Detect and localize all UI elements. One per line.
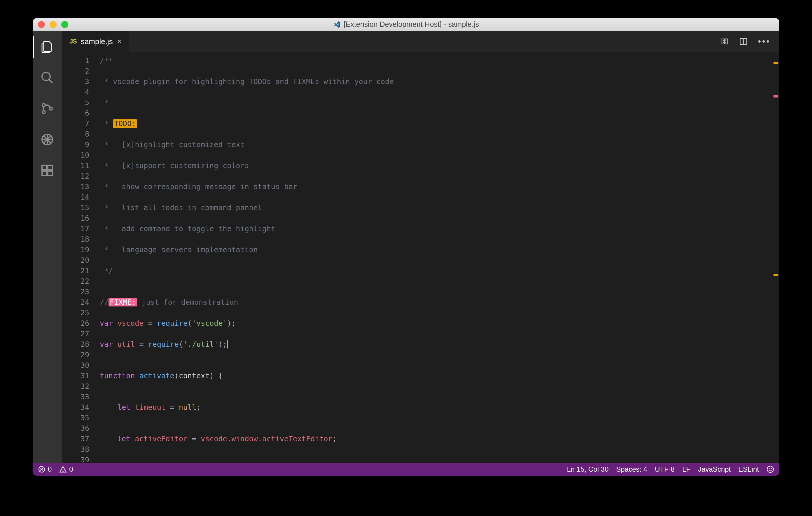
debug-activity[interactable] [39,131,55,148]
javascript-file-icon: JS [69,38,77,45]
explorer-activity[interactable] [39,38,55,55]
code-editor[interactable]: 1234567891011121314151617181920212223242… [62,52,779,463]
status-eslint[interactable]: ESLint [738,465,759,473]
extensions-icon [40,163,54,178]
close-tab-icon[interactable]: × [117,37,122,46]
error-icon [38,465,46,473]
main-body: JS sample.js × ••• 123456789101112131415… [33,31,779,463]
window-title: [Extension Development Host] - sample.js [33,20,779,29]
svg-point-17 [767,466,774,472]
svg-point-3 [42,111,45,113]
window-minimize-button[interactable] [50,21,57,28]
git-icon [40,102,54,115]
svg-point-16 [63,471,63,472]
editor-actions: ••• [720,31,779,52]
status-warnings[interactable]: 0 [59,465,73,473]
code-content[interactable]: /** * vscode plugin for highlighting TOD… [100,52,771,463]
svg-point-18 [769,468,770,469]
fixme-highlight: FIXME: [109,298,137,306]
compare-icon[interactable] [720,37,729,46]
search-activity[interactable] [39,70,55,86]
status-cursor-position[interactable]: Ln 15, Col 30 [567,465,609,473]
svg-point-2 [42,104,45,107]
source-control-activity[interactable] [39,100,55,117]
window-zoom-button[interactable] [61,21,68,28]
warning-icon [59,465,67,473]
status-indentation[interactable]: Spaces: 4 [616,465,647,473]
todo-highlight: TODO: [113,119,137,128]
search-icon [40,71,54,85]
status-bar: 0 0 Ln 15, Col 30 Spaces: 4 UTF-8 LF Jav… [33,463,779,476]
svg-rect-8 [42,171,47,176]
traffic-lights [33,21,68,28]
split-editor-icon[interactable] [739,37,748,46]
app-window: [Extension Development Host] - sample.js [33,18,779,476]
svg-rect-7 [48,165,53,170]
line-gutter: 1234567891011121314151617181920212223242… [62,52,100,463]
svg-rect-11 [725,39,728,44]
svg-point-4 [49,107,52,110]
svg-rect-10 [722,39,725,44]
status-encoding[interactable]: UTF-8 [655,465,675,473]
status-eol[interactable]: LF [682,465,690,473]
svg-rect-6 [42,165,47,170]
tabs-row: JS sample.js × ••• [62,31,779,52]
activity-bar [33,31,62,463]
status-language[interactable]: JavaScript [698,465,731,473]
editor-area: JS sample.js × ••• 123456789101112131415… [62,31,779,463]
svg-rect-9 [48,171,53,176]
files-icon [40,40,54,54]
svg-line-1 [49,79,53,83]
smiley-icon [766,465,774,473]
svg-point-19 [771,468,772,469]
window-close-button[interactable] [38,21,45,28]
more-actions-icon[interactable]: ••• [758,36,771,47]
status-feedback[interactable] [766,465,774,473]
titlebar: [Extension Development Host] - sample.js [33,18,779,31]
tab-sample-js[interactable]: JS sample.js × [62,31,129,52]
extensions-activity[interactable] [39,162,55,179]
overview-ruler[interactable] [771,52,779,463]
svg-point-0 [42,72,50,81]
debug-icon [40,133,54,146]
vscode-icon [333,21,341,28]
status-errors[interactable]: 0 [38,465,52,473]
tab-filename: sample.js [81,37,113,46]
